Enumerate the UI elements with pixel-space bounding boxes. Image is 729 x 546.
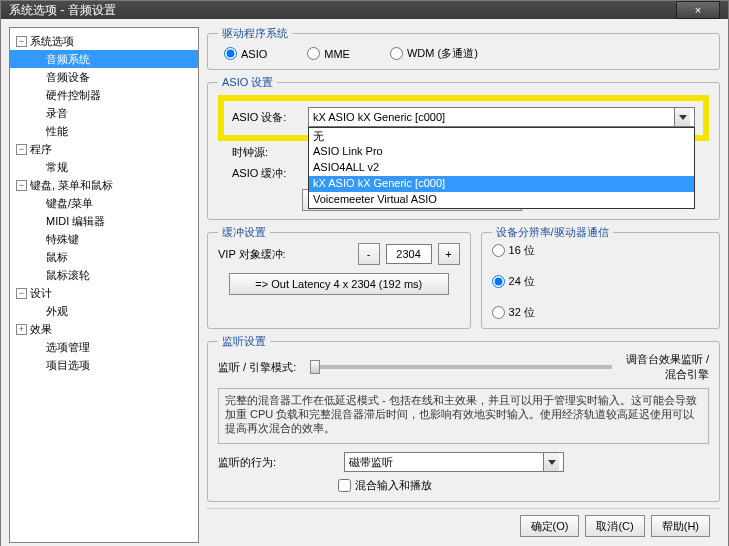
vip-buffer-label: VIP 对象缓冲: (218, 247, 352, 262)
monitor-behavior-label: 监听的行为: (218, 455, 338, 470)
opt-linkpro[interactable]: ASIO Link Pro (309, 144, 694, 160)
tree-effects[interactable]: +效果 (10, 320, 198, 338)
opt-none[interactable]: 无 (309, 128, 694, 144)
tree-system[interactable]: −系统选项 (10, 32, 198, 50)
tree-audio-system[interactable]: 音频系统 (10, 50, 198, 68)
mix-io-checkbox[interactable]: 混合输入和播放 (338, 478, 432, 493)
tree-design[interactable]: −设计 (10, 284, 198, 302)
resolution-legend: 设备分辨率/驱动器通信 (492, 225, 613, 240)
tree-midi-editor[interactable]: MIDI 编辑器 (10, 212, 198, 230)
slider-thumb[interactable] (310, 360, 320, 374)
asio-device-highlight: ASIO 设备: kX ASIO kX Generic [c000] 无 ASI… (218, 95, 709, 141)
radio-24bit[interactable]: 24 位 (492, 274, 709, 289)
window-title: 系统选项 - 音频设置 (9, 2, 676, 19)
tree-audio-device[interactable]: 音频设备 (10, 68, 198, 86)
nav-tree[interactable]: −系统选项 音频系统 音频设备 硬件控制器 录音 性能 −程序 常规 −键盘, … (9, 27, 199, 543)
monitor-group: 监听设置 监听 / 引擎模式: 调音台效果监听 / 混合引擎 完整的混音器工作在… (207, 341, 720, 502)
tree-project-options[interactable]: 项目选项 (10, 356, 198, 374)
options-window: 系统选项 - 音频设置 × −系统选项 音频系统 音频设备 硬件控制器 录音 性… (0, 0, 729, 546)
radio-16bit[interactable]: 16 位 (492, 243, 709, 258)
cancel-button[interactable]: 取消(C) (585, 515, 644, 537)
asio-device-dropdown[interactable]: 无 ASIO Link Pro ASIO4ALL v2 kX ASIO kX G… (308, 127, 695, 209)
opt-a4all[interactable]: ASIO4ALL v2 (309, 160, 694, 176)
buffer-legend: 缓冲设置 (218, 225, 270, 240)
monitor-slider[interactable] (310, 365, 612, 369)
monitor-right-label-a: 调音台效果监听 / (626, 352, 709, 367)
radio-asio[interactable]: ASIO (224, 46, 267, 61)
tree-mouse[interactable]: 鼠标 (10, 248, 198, 266)
buffer-group: 缓冲设置 VIP 对象缓冲: - 2304 + => Out Latency 4… (207, 232, 471, 329)
tree-kb-menu[interactable]: 键盘/菜单 (10, 194, 198, 212)
tree-recording[interactable]: 录音 (10, 104, 198, 122)
radio-wdm[interactable]: WDM (多通道) (390, 46, 478, 61)
asio-legend: ASIO 设置 (218, 75, 277, 90)
tree-kbmouse[interactable]: −键盘, 菜单和鼠标 (10, 176, 198, 194)
close-icon: × (695, 4, 701, 16)
tree-general[interactable]: 常规 (10, 158, 198, 176)
monitor-behavior-combo[interactable]: 磁带监听 (344, 452, 564, 472)
radio-32bit[interactable]: 32 位 (492, 305, 709, 320)
help-button[interactable]: 帮助(H) (651, 515, 710, 537)
buffer-plus-button[interactable]: + (438, 243, 460, 265)
collapse-icon[interactable]: − (16, 144, 27, 155)
tree-hw-controller[interactable]: 硬件控制器 (10, 86, 198, 104)
monitor-behavior-dropdown-button[interactable] (543, 453, 559, 471)
monitor-right-label-b: 混合引擎 (626, 367, 709, 382)
tree-mouse-wheel[interactable]: 鼠标滚轮 (10, 266, 198, 284)
driver-group: 驱动程序系统 ASIO MME WDM (多通道) (207, 33, 720, 70)
ok-button[interactable]: 确定(O) (520, 515, 580, 537)
close-button[interactable]: × (676, 1, 720, 19)
asio-device-combo[interactable]: kX ASIO kX Generic [c000] 无 ASIO Link Pr… (308, 107, 695, 127)
main-panel: 驱动程序系统 ASIO MME WDM (多通道) ASIO 设置 ASIO 设… (207, 27, 720, 543)
driver-legend: 驱动程序系统 (218, 27, 292, 41)
chevron-down-icon (679, 115, 687, 120)
tree-option-mgmt[interactable]: 选项管理 (10, 338, 198, 356)
buffer-latency[interactable]: => Out Latency 4 x 2304 (192 ms) (229, 273, 449, 295)
asio-device-value: kX ASIO kX Generic [c000] (313, 111, 674, 123)
tree-program[interactable]: −程序 (10, 140, 198, 158)
opt-voicemeeter[interactable]: Voicemeeter Virtual ASIO (309, 192, 694, 208)
monitor-engine-label: 监听 / 引擎模式: (218, 360, 296, 375)
buffer-minus-button[interactable]: - (358, 243, 380, 265)
tree-special-keys[interactable]: 特殊键 (10, 230, 198, 248)
titlebar: 系统选项 - 音频设置 × (1, 1, 728, 19)
asio-buffer-label: ASIO 缓冲: (218, 166, 288, 181)
monitor-description: 完整的混音器工作在低延迟模式 - 包括在线和主效果，并且可以用于管理实时输入。这… (218, 388, 709, 444)
asio-clock-label: 时钟源: (218, 145, 288, 160)
dialog-buttons: 确定(O) 取消(C) 帮助(H) (207, 508, 720, 543)
expand-icon[interactable]: + (16, 324, 27, 335)
collapse-icon[interactable]: − (16, 36, 27, 47)
asio-group: ASIO 设置 ASIO 设备: kX ASIO kX Generic [c00… (207, 82, 720, 220)
asio-device-label: ASIO 设备: (232, 110, 302, 125)
monitor-legend: 监听设置 (218, 334, 270, 349)
collapse-icon[interactable]: − (16, 288, 27, 299)
tree-performance[interactable]: 性能 (10, 122, 198, 140)
chevron-down-icon (548, 460, 556, 465)
buffer-value[interactable]: 2304 (386, 244, 432, 264)
asio-device-dropdown-button[interactable] (674, 108, 690, 126)
tree-appearance[interactable]: 外观 (10, 302, 198, 320)
radio-mme[interactable]: MME (307, 46, 350, 61)
resolution-group: 设备分辨率/驱动器通信 16 位 24 位 32 位 (481, 232, 720, 329)
opt-kx[interactable]: kX ASIO kX Generic [c000] (309, 176, 694, 192)
collapse-icon[interactable]: − (16, 180, 27, 191)
monitor-behavior-value: 磁带监听 (349, 455, 543, 470)
